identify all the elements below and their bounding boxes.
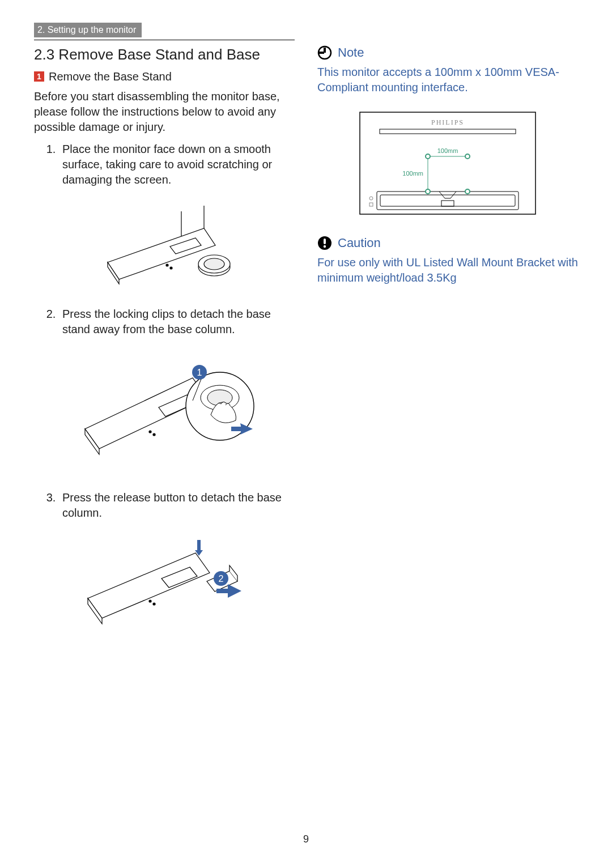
brand-label: PHILIPS [431,118,464,126]
svg-point-40 [426,154,430,159]
illustration-detach-base-column: 2 [74,527,255,629]
note-heading: Note [317,45,578,60]
svg-point-9 [170,267,172,269]
note-text: This monitor accepts a 100mm x 100mm VES… [317,65,578,95]
svg-point-42 [426,189,430,194]
step-box-icon: 1 [34,71,44,82]
vesa-vertical-dim: 100mm [402,170,423,177]
svg-point-46 [369,197,373,200]
svg-point-7 [204,258,224,270]
svg-rect-39 [441,201,454,206]
svg-marker-30 [228,584,241,598]
caution-label: Caution [338,236,381,250]
svg-point-13 [149,431,151,433]
svg-marker-0 [108,228,215,279]
illustration-vesa-mount: PHILIPS 100mm 100mm [354,107,541,220]
note-label: Note [338,45,364,60]
illustration-monitor-face-down [91,194,238,291]
svg-point-50 [324,245,326,248]
caution-icon [317,236,332,250]
subhead: 1Remove the Base Stand [34,70,295,83]
note-icon [317,45,332,60]
vesa-horizontal-dim: 100mm [437,147,458,154]
svg-rect-34 [319,52,324,54]
svg-point-14 [153,433,155,436]
callout-one: 1 [197,368,202,377]
step-1: Place the monitor face down on a smooth … [59,142,295,188]
svg-point-41 [465,154,470,159]
svg-rect-27 [197,540,201,550]
svg-point-25 [149,600,151,602]
section-title: 2.3 Remove Base Stand and Base [34,46,295,63]
section-rule [34,40,295,40]
svg-rect-36 [380,129,516,134]
page-number: 9 [0,833,612,845]
caution-heading: Caution [317,236,578,250]
step-2: Press the locking clips to detach the ba… [59,307,295,337]
subhead-text: Remove the Base Stand [49,70,172,83]
svg-rect-29 [216,589,228,593]
svg-rect-19 [231,427,243,431]
step-3: Press the release button to detach the b… [59,490,295,521]
svg-rect-47 [369,203,373,206]
intro-paragraph: Before you start disassembling the monit… [34,89,295,135]
svg-point-26 [153,603,155,605]
svg-point-8 [166,264,168,266]
svg-point-43 [465,189,470,194]
caution-text: For use only with UL Listed Wall Mount B… [317,255,578,286]
callout-two: 2 [219,574,224,584]
svg-rect-35 [360,112,536,214]
illustration-detach-base-stand: 1 [74,344,255,474]
svg-marker-22 [88,553,210,618]
svg-rect-49 [324,239,326,244]
chapter-header: 2. Setting up the monitor [34,23,142,37]
